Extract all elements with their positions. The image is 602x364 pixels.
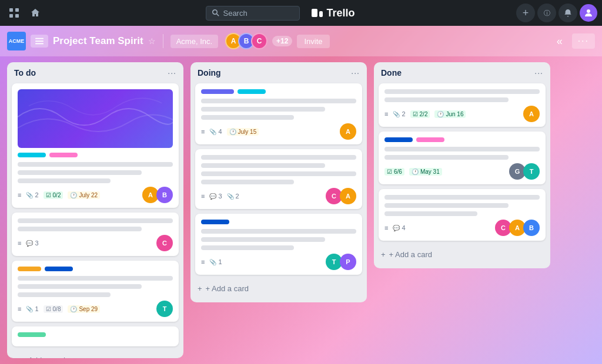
svg-rect-1 [15,8,19,12]
card-done-1-footer: ≡ 📎 2 ☑2/2 🕐Jun 16 A [384,106,540,122]
card-todo-3[interactable]: ≡ 📎 1 ☑0/8 🕐Sep 29 T [12,261,179,322]
tag-cyan [18,153,46,157]
grid-icon[interactable] [5,4,24,22]
card-text-1 [18,276,173,281]
due-done-badge: 🕐May 31 [409,168,442,176]
card-done-1-meta: ≡ 📎 2 ☑2/2 🕐Jun 16 [384,110,519,118]
column-done-menu[interactable]: ··· [534,68,543,77]
card-done-2-avatars: G T [509,163,540,180]
card-doing-3-footer: ≡ 📎 1 T P [201,254,356,270]
workspace-logo[interactable]: ACME [7,32,26,50]
info-icon[interactable]: ⓘ [537,4,556,22]
card-done-3-meta: ≡ 💬 4 [384,224,490,231]
card-text-3 [201,115,294,120]
top-nav-right: + ⓘ [516,4,597,22]
card-todo-3-meta: ≡ 📎 1 ☑0/8 🕐Sep 29 [18,305,152,313]
card-todo-2-meta: ≡ 💬 3 [18,240,152,247]
card-done-3[interactable]: ≡ 💬 4 C A B [379,189,546,241]
attachment-count: 📎 2 [26,191,38,198]
svg-rect-3 [15,14,19,18]
board-menu-button[interactable] [31,35,48,48]
due-date-badge: 🕐Sep 29 [68,305,100,313]
home-icon[interactable] [26,4,45,22]
add-card-label: + Add a card [389,250,432,259]
attachment-count: 📎 1 [209,258,222,265]
card-text-1 [201,155,356,160]
checklist-badge: ☑0/8 [44,305,63,313]
column-todo-menu[interactable]: ··· [168,68,176,77]
card-avatar-3: B [523,220,540,236]
card-doing-2-avatars: C A [326,188,356,204]
card-text-2 [201,237,325,242]
card-done-2-meta: ☑6/6 🕐May 31 [384,168,504,176]
board-title: Project Team Spirit [53,35,143,47]
card-todo-3-tags [18,267,173,271]
column-doing: Doing ··· ≡ 📎 4 [190,62,367,302]
description-icon: ≡ [201,193,205,200]
card-done-2[interactable]: ☑6/6 🕐May 31 G T [379,132,546,184]
due-date-badge: 🕐July 22 [68,191,100,199]
card-doing-1-meta: ≡ 📎 4 🕐July 15 [201,128,335,136]
column-doing-menu[interactable]: ··· [351,68,360,77]
attachment-count: 📎 2 [227,193,239,200]
user-avatar[interactable] [580,4,597,22]
member-count-badge[interactable]: +12 [272,36,292,46]
tag-cyan [238,89,266,94]
card-avatar-1: C [156,235,173,251]
invite-button[interactable]: Invite [297,35,329,48]
card-done-3-avatars: C A B [495,220,540,236]
card-avatar-2: B [156,187,173,203]
card-doing-2[interactable]: ≡ 💬 3 📎 2 C A [195,149,362,209]
description-icon: ≡ [201,258,205,265]
card-text-2 [18,170,142,175]
search-bar[interactable]: Search [206,6,300,21]
star-icon[interactable]: ☆ [148,36,156,46]
board-area: To do ··· ≡ [0,56,602,364]
add-card-todo[interactable]: + + Add a card [12,352,179,358]
card-doing-3[interactable]: ≡ 📎 1 T P [195,214,362,275]
card-todo-1[interactable]: ≡ 📎 2 ☑0/2 🕐July 22 A B [12,83,179,208]
card-todo-4[interactable] [12,326,179,346]
column-done-title: Done [381,68,402,77]
attachment-count: 📎 1 [26,305,38,312]
card-todo-2[interactable]: ≡ 💬 3 C [12,213,179,256]
more-options-button[interactable]: ··· [572,33,595,49]
add-card-done[interactable]: + + Add a card [379,247,546,262]
card-text-4 [201,180,294,184]
column-done-header: Done ··· [379,68,546,77]
attachment-count: 📎 4 [209,128,222,135]
tag-green [18,332,46,337]
card-text-3 [384,211,477,216]
card-todo-3-footer: ≡ 📎 1 ☑0/8 🕐Sep 29 T [18,301,173,317]
card-text-1 [201,99,356,103]
add-button[interactable]: + [516,4,535,22]
card-text-2 [18,284,142,289]
card-todo-1-tags [18,153,173,157]
card-doing-3-tags [201,220,356,224]
column-done: Done ··· ≡ 📎 2 ☑2/2 [374,62,550,268]
card-avatar-2: A [340,188,356,204]
header-divider [163,34,163,48]
member-avatar-3[interactable]: C [251,33,267,49]
card-doing-1[interactable]: ≡ 📎 4 🕐July 15 A [195,83,362,144]
board-header: ACME Project Team Spirit ☆ Acme, Inc. A … [0,26,602,56]
card-todo-3-avatars: T [156,301,173,317]
tag-indigo [201,89,234,94]
workspace-name[interactable]: Acme, Inc. [170,35,218,48]
card-text-3 [201,245,294,250]
svg-rect-0 [9,8,13,12]
card-text-1 [384,195,540,200]
comment-count: 💬 3 [209,193,222,200]
card-text-2 [201,107,325,112]
card-avatar-1: T [156,301,173,317]
card-todo-1-footer: ≡ 📎 2 ☑0/2 🕐July 22 A B [18,187,173,203]
tag-yellow [18,267,41,271]
card-text-1 [201,229,356,234]
column-doing-title: Doing [198,68,221,77]
notifications-icon[interactable] [558,4,577,22]
card-avatar-2: T [523,163,540,180]
card-done-1[interactable]: ≡ 📎 2 ☑2/2 🕐Jun 16 A [379,83,546,127]
collapse-button[interactable]: « [552,33,567,50]
add-card-doing[interactable]: + + Add a card [195,281,362,296]
checklist-done-badge: ☑2/2 [410,110,430,118]
